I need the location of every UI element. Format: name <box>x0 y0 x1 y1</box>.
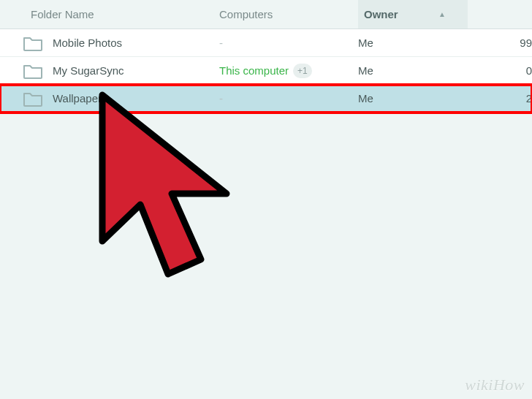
folder-icon <box>23 35 42 51</box>
count-value: 0 <box>468 64 532 77</box>
table-header-row: Folder Name Computers Owner ▲ <box>0 0 532 29</box>
count-value: 99 <box>468 37 532 49</box>
column-header-folder-name[interactable]: Folder Name <box>0 8 219 20</box>
table-row[interactable]: My SugarSync This computer +1 Me 0 <box>0 57 532 85</box>
folder-name: Wallpaper <box>53 92 102 104</box>
computers-value: - <box>219 37 223 49</box>
folder-name: Mobile Photos <box>53 37 122 49</box>
owner-value: Me <box>358 37 468 49</box>
column-header-owner-label: Owner <box>364 8 398 20</box>
folder-icon <box>23 91 42 107</box>
count-value: 2 <box>468 92 532 104</box>
table-row[interactable]: Wallpaper - Me 2 <box>0 85 532 113</box>
empty-area <box>0 113 532 399</box>
plus-badge: +1 <box>293 64 312 78</box>
column-header-owner[interactable]: Owner ▲ <box>358 0 468 28</box>
folder-table: Folder Name Computers Owner ▲ Mobile Pho… <box>0 0 532 113</box>
owner-value: Me <box>358 64 468 77</box>
owner-value: Me <box>358 92 468 104</box>
sort-ascending-icon: ▲ <box>438 10 446 18</box>
watermark: wikiHow <box>465 376 525 395</box>
folder-name: My SugarSync <box>53 64 124 77</box>
table-row[interactable]: Mobile Photos - Me 99 <box>0 29 532 57</box>
computers-value: This computer <box>219 64 289 77</box>
computers-value: - <box>219 92 223 104</box>
column-header-computers[interactable]: Computers <box>219 8 358 20</box>
folder-icon <box>23 63 42 79</box>
